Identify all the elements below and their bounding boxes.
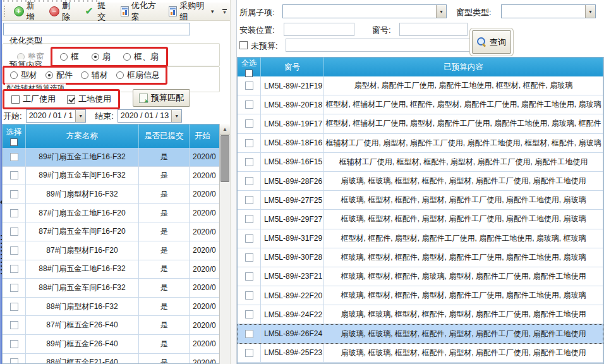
radio-icon[interactable] bbox=[123, 53, 131, 61]
row-checkbox[interactable] bbox=[10, 171, 18, 179]
start-date-dropdown-button[interactable]: ▼ bbox=[75, 110, 85, 122]
plan-name-column-header[interactable]: 方案名称 bbox=[26, 124, 139, 148]
row-checkbox[interactable] bbox=[10, 265, 18, 273]
window-type-combobox[interactable]: ▼ bbox=[501, 4, 596, 18]
unbudgeted-input[interactable] bbox=[286, 39, 494, 52]
plan-table-row[interactable]: 88#门扇五金车间F16-F32是2020/0 bbox=[3, 279, 229, 298]
row-checkbox[interactable] bbox=[245, 82, 253, 90]
row-checkbox[interactable] bbox=[10, 340, 18, 348]
window-table-row[interactable]: LM5L-89#-30F28框玻璃, 框型材, 框配件, 扇型材, 扇配件工厂使… bbox=[238, 248, 603, 267]
radio-option-3[interactable]: 框、扇 bbox=[123, 51, 159, 63]
unbudgeted-checkbox[interactable] bbox=[239, 41, 248, 49]
radio-icon[interactable] bbox=[10, 71, 18, 79]
row-checkbox[interactable] bbox=[10, 358, 18, 364]
radio-option-0[interactable]: 型材 bbox=[10, 70, 37, 81]
window-no-input[interactable] bbox=[399, 23, 468, 36]
panel-splitter[interactable] bbox=[230, 0, 237, 364]
row-checkbox[interactable] bbox=[10, 190, 18, 198]
window-table-row[interactable]: LM5L-89#-19F17框型材, 框辅材工厂使用, 扇型材, 扇配件工厂使用… bbox=[238, 114, 603, 133]
window-type-dropdown-button[interactable]: ▼ bbox=[585, 5, 595, 18]
window-table-row[interactable]: LM5L-89#-28F26扇玻璃, 框玻璃, 框型材, 框配件, 扇型材, 扇… bbox=[238, 172, 603, 191]
budget-match-button[interactable]: 预算匹配 bbox=[133, 89, 190, 107]
window-table-row[interactable]: LM5L-89#-20F18框型材, 框辅材工厂使用, 框配件, 扇型材, 扇配… bbox=[238, 95, 603, 114]
row-checkbox[interactable] bbox=[245, 291, 253, 300]
plan-submitted-column-header[interactable]: 是否已提交 bbox=[139, 124, 190, 148]
row-checkbox[interactable] bbox=[10, 246, 18, 255]
window-table-row[interactable]: LM5L-89#-31F29框型材, 框配件, 扇型材, 扇配件工厂使用, 扇配… bbox=[238, 229, 603, 248]
radio-icon[interactable] bbox=[81, 71, 88, 79]
window-table-row[interactable]: LM5L-89#-22F20框玻璃, 框型材, 框配件, 扇型材, 扇配件工厂使… bbox=[238, 286, 603, 305]
row-checkbox[interactable] bbox=[245, 119, 253, 128]
plan-table-row[interactable]: 89#门扇型材F16-F32是2020/0 bbox=[3, 185, 229, 204]
row-checkbox[interactable] bbox=[245, 158, 253, 166]
row-checkbox[interactable] bbox=[245, 349, 253, 357]
row-checkbox[interactable] bbox=[245, 330, 253, 338]
checkbox-option-0[interactable]: 工厂使用 bbox=[11, 94, 56, 105]
radio-option-2[interactable]: 辅材 bbox=[81, 70, 108, 81]
checkbox-option-1[interactable]: 工地使用 bbox=[67, 94, 111, 105]
window-table-row[interactable]: LM5L-89#-21F19扇型材, 扇配件工厂使用, 扇配件工地使用, 框型材… bbox=[238, 76, 603, 95]
toolbar-button-optimize-plan[interactable]: 优化方案 bbox=[116, 0, 164, 25]
radio-icon[interactable] bbox=[45, 71, 53, 79]
toolbar-overflow-button[interactable]: ▼ bbox=[220, 7, 229, 16]
window-table-row[interactable]: LM5L-89#-26F24扇玻璃, 框玻璃, 框型材, 框配件, 扇型材, 扇… bbox=[238, 324, 603, 343]
row-checkbox[interactable] bbox=[245, 177, 253, 185]
row-checkbox[interactable] bbox=[245, 139, 253, 147]
plan-table-row[interactable]: 87#门扇五金车间F16-F20是2020/0 bbox=[3, 222, 229, 241]
row-checkbox[interactable] bbox=[245, 272, 253, 281]
plan-table-row[interactable]: 88#门扇型材F16-F32是2020/0 bbox=[3, 298, 229, 317]
query-button[interactable]: 查询 bbox=[472, 30, 511, 54]
row-checkbox[interactable] bbox=[245, 215, 253, 223]
row-checkbox[interactable] bbox=[245, 234, 253, 243]
end-date-dropdown-button[interactable]: ▼ bbox=[171, 110, 181, 122]
toolbar-button-new[interactable]: 新增 bbox=[9, 0, 44, 25]
sub-item-dropdown-button[interactable]: ▼ bbox=[436, 5, 446, 18]
row-checkbox[interactable] bbox=[10, 284, 18, 292]
row-checkbox[interactable] bbox=[10, 209, 18, 217]
window-table-row[interactable]: LM5L-89#-16F15框辅材工厂使用, 框型材, 框配件, 扇型材, 扇配… bbox=[238, 153, 603, 172]
row-checkbox[interactable] bbox=[10, 303, 18, 311]
row-checkbox[interactable] bbox=[245, 310, 253, 318]
plan-table-scrollbar[interactable]: ▲ bbox=[219, 124, 230, 364]
sub-item-combobox[interactable]: ▼ bbox=[282, 4, 447, 18]
plan-table-row[interactable]: 89#门框五金F26-F40是2020/0 bbox=[3, 335, 229, 354]
window-table-row[interactable]: LM5L-89#-25F23扇玻璃, 框玻璃, 框型材, 框配件, 扇型材, 扇… bbox=[238, 344, 603, 363]
row-checkbox[interactable] bbox=[245, 196, 253, 204]
radio-option-1[interactable]: 配件 bbox=[45, 70, 73, 81]
end-date-picker[interactable]: 2020 / 01 / 13 ▼ bbox=[118, 109, 182, 123]
plan-table-row[interactable]: 89#门扇五金车间F16-F32是2020/0 bbox=[3, 167, 229, 186]
plan-table-row[interactable]: 87#门框五金F26-F40是2020/0 bbox=[3, 316, 229, 335]
row-checkbox[interactable] bbox=[245, 100, 253, 109]
toolbar-button-purchase-detail[interactable]: 采购明细▼ bbox=[164, 0, 219, 25]
row-checkbox[interactable] bbox=[10, 153, 18, 161]
plan-table-row[interactable]: 88#门扇五金工地F16-F32是2020/0 bbox=[3, 260, 229, 279]
scrollbar-thumb[interactable] bbox=[220, 135, 229, 182]
plan-table-row[interactable]: 89#门扇五金工地F16-F32是2020/0 bbox=[3, 148, 229, 167]
scroll-up-button[interactable]: ▲ bbox=[220, 124, 230, 135]
radio-option-2[interactable]: 扇 bbox=[92, 51, 111, 63]
window-no-column-header[interactable]: 窗号 bbox=[261, 58, 324, 77]
window-table-row[interactable]: LM5L-89#-23F21框玻璃, 框型材, 框配件, 扇玻璃, 扇型材, 扇… bbox=[238, 267, 603, 286]
select-all-plans-checkbox[interactable] bbox=[10, 138, 18, 146]
radio-icon[interactable] bbox=[116, 71, 124, 79]
window-table-row[interactable]: LM5L-89#-27F25框玻璃, 框型材, 框配件, 扇型材, 扇配件工厂使… bbox=[238, 191, 603, 210]
radio-option-1[interactable]: 框 bbox=[60, 51, 79, 63]
toolbar-button-delete[interactable]: 删除 bbox=[45, 0, 79, 25]
plan-filter-input[interactable] bbox=[3, 23, 190, 35]
row-checkbox[interactable] bbox=[10, 228, 18, 236]
plan-table-row[interactable]: 87#门扇五金工地F16-F20是2020/0 bbox=[3, 204, 229, 223]
radio-option-3[interactable]: 框扇信息 bbox=[116, 70, 160, 81]
window-table-row[interactable]: LM5L-89#-29F27框玻璃, 框型材, 框配件, 扇型材, 扇配件工厂使… bbox=[238, 210, 603, 229]
checkbox-icon[interactable] bbox=[67, 95, 75, 104]
row-checkbox[interactable] bbox=[245, 253, 253, 262]
checkbox-icon[interactable] bbox=[11, 95, 20, 104]
start-date-picker[interactable]: 2020 / 01 / 1 ▼ bbox=[26, 109, 87, 123]
radio-icon[interactable] bbox=[92, 53, 99, 61]
toolbar-button-submit[interactable]: 提交 bbox=[80, 0, 114, 25]
row-checkbox[interactable] bbox=[10, 321, 18, 329]
plan-table-row[interactable]: 87#门扇型材F16-F20是2020/0 bbox=[3, 241, 229, 260]
radio-icon[interactable] bbox=[60, 53, 68, 61]
budgeted-content-column-header[interactable]: 已预算内容 bbox=[324, 58, 603, 77]
install-position-input[interactable] bbox=[284, 23, 354, 36]
plan-table-row[interactable]: 88#门框五金F21-F40是2020/0 bbox=[3, 354, 229, 364]
